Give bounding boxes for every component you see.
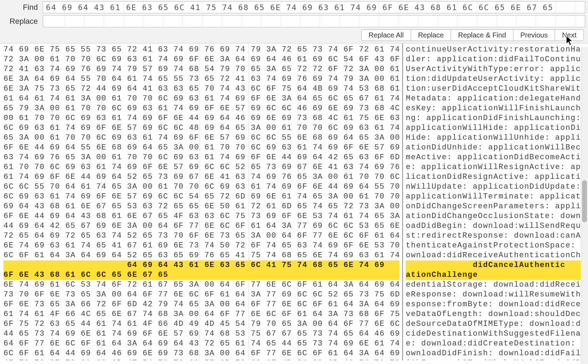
data-line: esponse:fromByte: download:didRecei (406, 300, 585, 309)
data-line: 61 74 69 6F 6E 44 69 64 52 65 73 69 67 6… (4, 172, 399, 182)
data-line: oadDidBegin: download:willSendReque (406, 221, 585, 231)
replace-find-button[interactable]: Replace & Find (451, 29, 513, 41)
data-line: veDataOfLength: download:shouldDeco (406, 309, 585, 319)
data-line: applicationWillHide: applicationDid (406, 123, 585, 133)
replace-label: Replace (3, 17, 43, 26)
data-line: 6C 6C 55 70 64 61 74 65 3A 00 61 70 70 6… (4, 182, 399, 192)
data-line: eResponse: download:willResumeWithR (406, 290, 585, 300)
data-line: Metadata: application:delegateHandl (406, 94, 585, 104)
data-line: tion:didUpdateUserActivity: applica (406, 74, 585, 84)
data-line: onDidChangeScreenParameters: applic (406, 202, 585, 211)
replace-row: Replace (3, 15, 585, 27)
data-line: 61 74 61 4F 66 4C 65 6E 67 74 68 3A 00 6… (4, 309, 399, 319)
data-line: continueUserActivity:restorationHa… (406, 45, 585, 55)
data-line: ithError: kGTvsiUksbeM4 kCTvsdz0dBI (406, 358, 585, 360)
data-line: e: download:didCreateDestination: d (406, 339, 585, 349)
data-line: 74 69 6E 75 65 55 73 65 72 41 63 74 69 7… (4, 45, 399, 55)
scrollbar-thumb[interactable] (582, 180, 587, 222)
find-row: Find (3, 1, 585, 13)
highlighted-line: ationChallenge (406, 270, 585, 280)
next-button[interactable]: Next (555, 29, 584, 41)
ascii-column[interactable]: continueUserActivity:restorationHa…dler:… (403, 43, 588, 360)
data-line: edentialStorage: download:didReceiv (406, 280, 585, 290)
highlighted-line: 6F 6E 43 68 61 6C 6C 65 6E 67 65 (4, 270, 399, 280)
data-line: st:redirectResponse: download:canAu (406, 231, 585, 241)
data-line: 69 64 43 68 61 6E 67 65 53 63 72 65 65 6… (4, 202, 399, 211)
data-line: 6F 6E 73 65 3A 66 72 6F 6D 42 79 74 65 3… (4, 300, 399, 309)
data-line: deSourceDataOfMIMEType: download:de (406, 319, 585, 329)
data-line: 44 65 73 74 69 6E 61 74 69 6F 6E 57 69 7… (4, 329, 399, 339)
data-line: 45 72 72 6F 72 3A 00 6B 47 54 76 73 69 5… (4, 358, 399, 360)
find-replace-panel: Find Replace Replace All Replace Replace… (0, 0, 588, 43)
data-line: ationDidUnhide: applicationWillBeco (406, 143, 585, 153)
hex-editor-content: 74 69 6E 75 65 55 73 65 72 41 63 74 69 7… (0, 43, 588, 360)
data-line: UserActivityWithType:error: applica (406, 64, 585, 74)
data-line: 6C 69 63 61 74 69 6F 6E 57 69 6C 6C 54 6… (4, 192, 399, 202)
data-line: 73 70 6F 6E 73 65 3A 00 64 6F 77 6E 6C 6… (4, 290, 399, 300)
data-line: 00 61 70 70 6C 69 63 61 74 69 6F 6E 44 6… (4, 113, 399, 123)
data-line: esKey: applicationWillFinishLaunchi (406, 104, 585, 113)
data-line: 64 6F 77 6E 6C 6F 61 64 3A 64 69 64 43 7… (4, 339, 399, 349)
data-line: e: applicationWillResignActive: app (406, 162, 585, 172)
data-line: applicationWillTerminate: applicati (406, 192, 585, 202)
previous-button[interactable]: Previous (513, 29, 555, 41)
data-line: 61 70 70 6C 69 63 61 74 69 6F 6E 57 69 6… (4, 162, 399, 172)
hex-column[interactable]: 74 69 6E 75 65 55 73 65 72 41 63 74 69 7… (0, 43, 403, 360)
replace-all-button[interactable]: Replace All (361, 29, 411, 41)
data-line: 6F 6E 44 69 64 55 6E 68 69 64 65 3A 00 6… (4, 143, 399, 153)
data-line: 6C 6F 61 64 3A 64 69 64 52 65 63 65 69 7… (4, 251, 399, 260)
data-line: 72 41 63 74 69 76 69 74 79 57 69 74 68 5… (4, 64, 399, 74)
data-line: 6F 6E 44 69 64 43 68 61 6E 67 65 4F 63 6… (4, 211, 399, 221)
data-line: nWillUpdate: applicationDidUpdate: (406, 182, 585, 192)
vertical-scrollbar[interactable] (581, 47, 588, 364)
data-line: 6F 75 72 63 65 44 61 74 61 4F 66 4D 49 4… (4, 319, 399, 329)
data-line: meActive: applicationDidBecomeActiv (406, 153, 585, 162)
data-line: tion:userDidAcceptCloudKitShareWith (406, 84, 585, 94)
find-label: Find (3, 3, 43, 12)
data-line: 61 64 61 74 61 3A 00 61 70 70 6C 69 63 6… (4, 94, 399, 104)
data-line: ng: applicationDidFinishLaunching: (406, 113, 585, 123)
data-line: 72 3A 00 61 70 70 6C 69 63 61 74 69 6F 6… (4, 55, 399, 64)
data-line: 6E 74 69 63 61 74 65 41 67 61 69 6E 73 7… (4, 241, 399, 251)
data-line: thenticateAgainstProtectionSpace: d (406, 241, 585, 251)
highlighted-line: didCancelAuthentic (406, 260, 585, 270)
replace-input[interactable] (43, 15, 585, 27)
data-line: Hide: applicationWillUnhide: applic (406, 133, 585, 143)
data-line: 6C 69 63 61 74 69 6F 6E 57 69 6C 6C 48 6… (4, 123, 399, 133)
data-line: ationDidChangeOcclusionState: downl (406, 211, 585, 221)
data-line: 6E 3A 75 73 65 72 44 69 64 41 63 63 65 7… (4, 84, 399, 94)
data-line: 65 79 3A 00 61 70 70 6C 69 63 61 74 69 6… (4, 104, 399, 113)
data-line: 72 65 64 69 72 65 63 74 52 65 73 70 6F 6… (4, 231, 399, 241)
data-line: ownloadDidFinish: download:didFailW (406, 349, 585, 358)
data-line: 6C 6F 61 64 44 69 64 46 69 6E 69 73 68 3… (4, 349, 399, 358)
highlighted-line: 64 69 64 43 61 6E 63 65 6C 41 75 74 68 6… (4, 260, 399, 270)
button-row: Replace All Replace Replace & Find Previ… (3, 29, 585, 41)
data-line: 44 69 64 42 65 67 69 6E 3A 00 64 6F 77 6… (4, 221, 399, 231)
data-line: 63 74 69 76 65 3A 00 61 70 70 6C 69 63 6… (4, 153, 399, 162)
data-line: 65 3A 00 61 70 70 6C 69 63 61 74 69 6F 6… (4, 133, 399, 143)
find-input[interactable] (43, 1, 585, 13)
data-line: 6E 3A 64 69 64 55 70 64 61 74 65 55 73 6… (4, 74, 399, 84)
data-line: dler: application:didFailToContinue (406, 55, 585, 64)
data-line: cideDestinationWithSuggestedFilenam (406, 329, 585, 339)
data-line: ownload:didReceiveAuthenticationCha (406, 251, 585, 260)
data-line: licationDidResignActive: applicatio (406, 172, 585, 182)
data-line: 6E 74 69 61 6C 53 74 6F 72 61 67 65 3A 0… (4, 280, 399, 290)
replace-button[interactable]: Replace (411, 29, 451, 41)
